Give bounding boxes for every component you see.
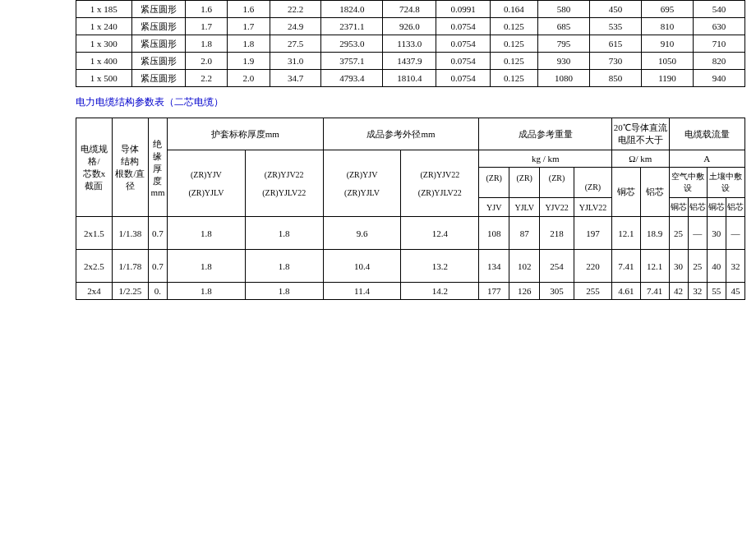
hdr-insulation: 绝缘厚度 mm	[148, 118, 167, 217]
hdr-prod-3: (ZR)YJV(ZR)YJLV	[323, 150, 401, 217]
table-row: 1 x 240紧压圆形1.71.724.92371.1926.00.07540.…	[76, 18, 745, 35]
table-row: 2x1.51/1.380.7 1.81.89.612.4 10887218197…	[76, 217, 745, 250]
hdr-w3: YJV22	[540, 198, 574, 217]
hdr-resistance: 20℃导体直流电阻不大于	[612, 118, 669, 150]
hdr-zr: (ZR)	[479, 168, 509, 198]
hdr-al2: 铝芯	[688, 198, 707, 217]
hdr-w4: YJLV22	[574, 198, 611, 217]
table-row: 2x2.51/1.780.7 1.81.810.413.2 1341022542…	[76, 250, 745, 283]
hdr-ampacity: 电缆载流量	[669, 118, 745, 150]
hdr-diameter: 成品参考外径mm	[323, 118, 479, 150]
hdr-air: 空气中敷设	[669, 168, 707, 198]
table-row: 1 x 185紧压圆形1.61.622.21824.0724.80.09910.…	[76, 1, 745, 18]
table-continued: 1 x 185紧压圆形1.61.622.21824.0724.80.09910.…	[76, 0, 745, 87]
hdr-zr: (ZR)	[540, 168, 574, 198]
hdr-cu3: 铜芯	[707, 198, 726, 217]
hdr-w2: YJLV	[509, 198, 540, 217]
table-two-core-cable: 电缆规格/ 芯数x 截面 导体 结构 根数/直径 绝缘厚度 mm 护套标称厚度m…	[76, 118, 745, 300]
hdr-al3: 铝芯	[726, 198, 744, 217]
hdr-prod-1: (ZR)YJV(ZR)YJLV	[168, 150, 246, 217]
hdr-conductor: 导体 结构 根数/直径	[112, 118, 148, 217]
table-row: 2x41/2.250. 1.81.811.414.2 177126305255 …	[76, 283, 745, 300]
hdr-spec: 电缆规格/ 芯数x 截面	[76, 118, 113, 217]
section-title: 电力电缆结构参数表（二芯电缆）	[76, 95, 746, 109]
hdr-w1: YJV	[479, 198, 509, 217]
table-row: 1 x 500紧压圆形2.22.034.74793.41810.40.07540…	[76, 70, 745, 87]
hdr-sheath: 护套标称厚度mm	[168, 118, 324, 150]
header-row: (ZR)YJV(ZR)YJLV (ZR)YJV22(ZR)YJLV22 (ZR)…	[76, 150, 745, 168]
hdr-res-unit: Ω/ km	[612, 150, 669, 168]
hdr-zr: (ZR)	[509, 168, 540, 198]
hdr-weight: 成品参考重量	[479, 118, 612, 150]
hdr-prod-4: (ZR)YJV22(ZR)YJLV22	[401, 150, 479, 217]
hdr-cu: 铜芯	[612, 168, 641, 217]
header-row: 电缆规格/ 芯数x 截面 导体 结构 根数/直径 绝缘厚度 mm 护套标称厚度m…	[76, 118, 745, 150]
hdr-weight-unit: kg / km	[479, 150, 612, 168]
hdr-soil: 土壤中敷设	[707, 168, 744, 198]
hdr-amp-unit: A	[669, 150, 745, 168]
table-row: 1 x 300紧压圆形1.81.827.52953.01133.00.07540…	[76, 35, 745, 53]
hdr-zr: (ZR)	[574, 168, 611, 198]
hdr-cu2: 铜芯	[669, 198, 688, 217]
hdr-al: 铝芯	[640, 168, 669, 217]
hdr-prod-2: (ZR)YJV22(ZR)YJLV22	[245, 150, 323, 217]
table-row: 1 x 400紧压圆形2.01.931.03757.11437.90.07540…	[76, 53, 745, 70]
